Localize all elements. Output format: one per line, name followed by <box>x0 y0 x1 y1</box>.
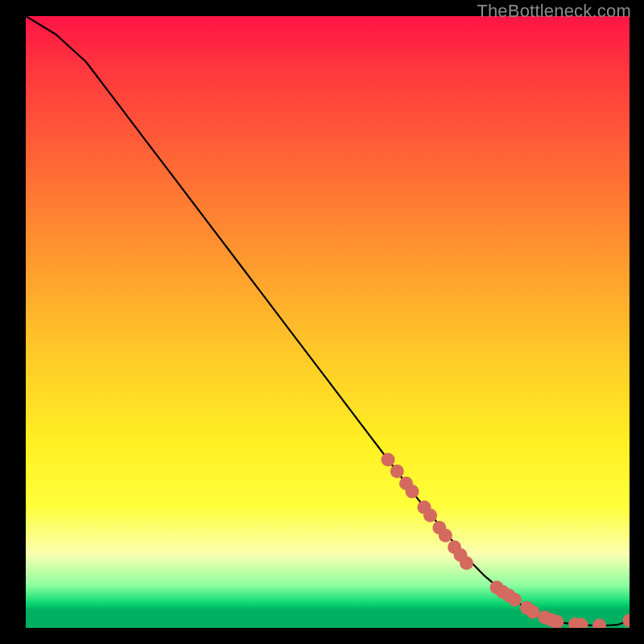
marker-group <box>382 453 630 629</box>
watermark-text: TheBottleneck.com <box>477 1 631 22</box>
marker-point <box>623 613 630 627</box>
chart-svg <box>26 16 630 628</box>
marker-point <box>406 485 419 498</box>
marker-point <box>592 619 606 629</box>
marker-point <box>439 529 452 543</box>
curve-line <box>26 16 630 625</box>
marker-point <box>526 605 540 619</box>
marker-point <box>508 593 522 607</box>
marker-point <box>423 509 437 522</box>
chart-frame: TheBottleneck.com <box>0 0 644 644</box>
marker-point <box>390 464 404 478</box>
plot-area <box>26 16 630 628</box>
marker-point <box>382 453 395 467</box>
marker-point <box>460 556 473 570</box>
